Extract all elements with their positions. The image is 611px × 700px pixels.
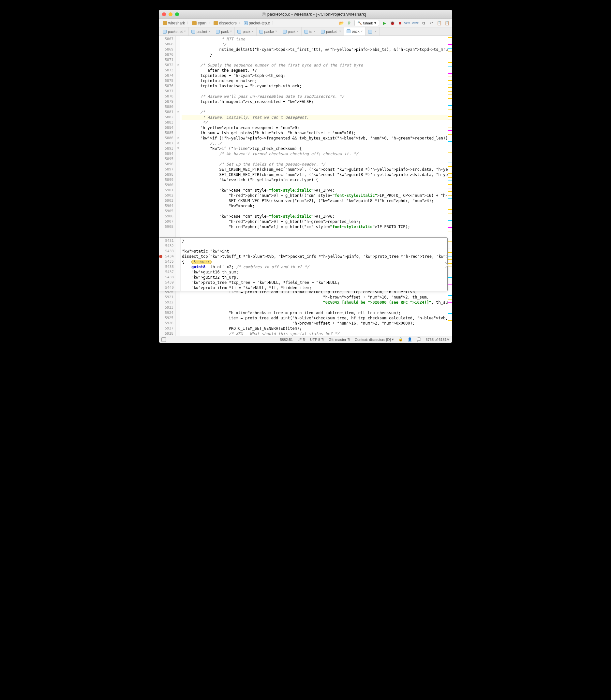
- clipboard2-icon[interactable]: 📋: [444, 20, 450, 26]
- lock-icon[interactable]: 🔓: [399, 337, 403, 341]
- clipboard-icon[interactable]: 📋: [436, 20, 442, 26]
- close-icon[interactable]: ×: [230, 30, 232, 33]
- tab[interactable]: pack×: [213, 27, 235, 35]
- zoom-window-button[interactable]: [175, 12, 179, 16]
- close-window-button[interactable]: [162, 12, 166, 16]
- editor-tabs: packet-et× packet× pack× pack× packe× pa…: [159, 27, 452, 36]
- c-file-icon: [283, 30, 287, 33]
- fold-column[interactable]: [176, 238, 181, 291]
- run-config-dropdown[interactable]: 🔨 tshark ▾: [354, 20, 379, 26]
- titlebar: ⓒ packet-tcp.c - wireshark - [~/ClionPro…: [159, 10, 452, 19]
- code-area[interactable]: }"kw">static "kw">intdissect_tcp("kw">tv…: [181, 238, 447, 291]
- stop-icon[interactable]: ⏹: [398, 20, 403, 26]
- tab-active[interactable]: pack×: [344, 27, 366, 36]
- close-icon[interactable]: ×: [375, 30, 376, 33]
- tab[interactable]: packet-et×: [160, 27, 189, 35]
- open-file-icon[interactable]: 📂: [339, 20, 344, 26]
- context-popup: 5431543254335434543554365437543854395440…: [159, 237, 448, 291]
- close-icon[interactable]: ×: [339, 30, 341, 33]
- tab[interactable]: pack×: [280, 27, 302, 35]
- git-branch[interactable]: Git: master ⇅: [329, 337, 350, 341]
- vcs-update-icon[interactable]: VCS↓: [405, 20, 411, 26]
- folder-icon: [163, 21, 167, 25]
- close-icon[interactable]: ×: [361, 30, 362, 33]
- folder-icon: [192, 21, 197, 25]
- cursor-position[interactable]: 5882:51: [280, 338, 293, 341]
- tab[interactable]: pack×: [235, 27, 256, 35]
- c-file-icon: [237, 30, 241, 33]
- c-file-icon: [321, 30, 325, 33]
- close-icon[interactable]: ×: [313, 30, 315, 33]
- compare-icon[interactable]: ⧉: [421, 20, 426, 26]
- c-file-icon: [191, 30, 195, 33]
- chevron-right-icon: 〉: [208, 21, 212, 26]
- close-icon[interactable]: ×: [209, 30, 211, 33]
- c-file-icon: [259, 30, 263, 33]
- tab[interactable]: packet-×: [318, 27, 344, 35]
- close-icon[interactable]: ×: [184, 30, 186, 33]
- notifications-icon[interactable]: 💬: [417, 337, 421, 341]
- sync-icon[interactable]: ⇵: [346, 20, 352, 26]
- tab[interactable]: packe×: [257, 27, 280, 35]
- c-file-icon: [216, 30, 220, 33]
- run-icon[interactable]: ▶: [382, 20, 387, 26]
- window-title: ⓒ packet-tcp.c - wireshark - [~/ClionPro…: [179, 11, 449, 17]
- error-stripe[interactable]: [448, 36, 452, 336]
- close-icon[interactable]: ×: [297, 30, 299, 33]
- c-file-icon: [368, 30, 372, 33]
- folder-icon: [213, 21, 218, 25]
- nav-toolbar: wireshark〉 epan〉 dissectors〉 cpacket-tcp…: [159, 19, 452, 27]
- revert-icon[interactable]: ↶: [429, 20, 434, 26]
- ide-window: ⓒ packet-tcp.c - wireshark - [~/ClionPro…: [159, 10, 452, 343]
- status-bar: 5882:51 LF ⇅ UTF-8 ⇅ Git: master ⇅ Conte…: [159, 336, 452, 343]
- line-number-gutter[interactable]: 5431543254335434543554365437543854395440: [159, 238, 176, 291]
- chevron-right-icon: 〉: [187, 21, 190, 26]
- breadcrumb-item[interactable]: wireshark: [161, 20, 186, 26]
- close-icon[interactable]: ×: [275, 30, 277, 33]
- breadcrumb-item[interactable]: epan: [191, 20, 208, 26]
- breadcrumb-item[interactable]: cpacket-tcp.c: [242, 20, 271, 26]
- chevron-right-icon: 〉: [239, 21, 242, 26]
- c-file-icon: [304, 30, 308, 33]
- inspector-icon[interactable]: 👤: [407, 337, 412, 341]
- vcs-commit-icon[interactable]: VCS↑: [413, 20, 418, 26]
- file-encoding[interactable]: UTF-8 ⇅: [310, 337, 324, 341]
- c-file-icon: c: [244, 21, 248, 25]
- line-separator[interactable]: LF ⇅: [297, 337, 306, 341]
- c-file-icon: [163, 30, 167, 33]
- c-file-icon: [346, 29, 351, 33]
- chevron-right-icon: 〉: [272, 21, 275, 26]
- debug-icon[interactable]: 🐞: [390, 20, 395, 26]
- context[interactable]: Context: dissectors [D] ▾: [355, 337, 394, 341]
- tab[interactable]: packet×: [189, 27, 213, 35]
- minimize-window-button[interactable]: [168, 12, 173, 16]
- tab[interactable]: ×: [366, 27, 379, 35]
- breadcrumb-item[interactable]: dissectors: [212, 20, 238, 26]
- traffic-lights: [162, 12, 179, 16]
- close-icon[interactable]: ×: [252, 30, 254, 33]
- tab[interactable]: ts×: [302, 27, 318, 35]
- code-editor[interactable]: 5867586858695870587158725873587458755876…: [159, 36, 452, 336]
- memory-indicator[interactable]: 3763 of 6131M: [426, 338, 450, 341]
- tool-window-icon[interactable]: [161, 337, 166, 342]
